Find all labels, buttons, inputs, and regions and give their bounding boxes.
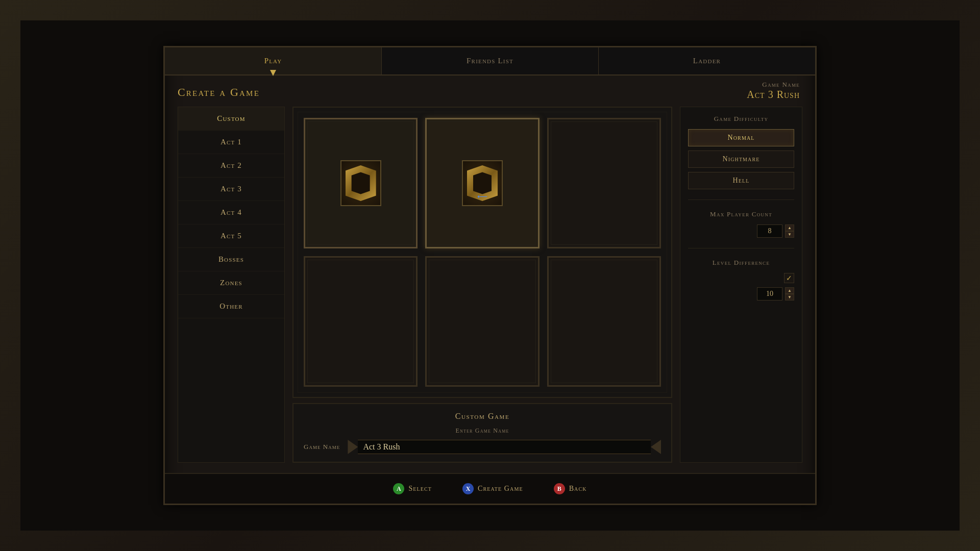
sidebar-item-act3[interactable]: Act 3 — [178, 178, 284, 201]
sidebar-item-act1[interactable]: Act 1 — [178, 131, 284, 154]
back-button-circle: B — [554, 483, 565, 494]
level-diff-checkbox[interactable]: ✓ — [784, 273, 794, 283]
bottom-action-back[interactable]: B Back — [554, 483, 587, 494]
tab-friends-list-label: Friends List — [467, 57, 513, 65]
bottom-bar: A Select X Create Game B Back — [165, 473, 815, 504]
create-game-action-label: Create Game — [478, 485, 523, 493]
level-diff-increment[interactable]: ▲ — [785, 287, 794, 294]
right-panel: Game Difficulty Normal Nightmare Hell Ma… — [680, 107, 802, 463]
portrait-mask-inner-1 — [351, 171, 371, 195]
outer-frame: Play Friends List Ladder Create a Game G… — [0, 0, 980, 551]
game-name-header-value: Act 3 Rush — [747, 89, 800, 101]
content-area: Create a Game Game Name Act 3 Rush Custo… — [165, 76, 815, 473]
level-diff-spinbox-row: ▲ ▼ — [688, 287, 794, 300]
level-diff-section: Level Difference ✓ ▲ ▼ — [688, 259, 794, 300]
tab-play-label: Play — [264, 57, 282, 65]
player-count-increment[interactable]: ▲ — [785, 224, 794, 231]
level-diff-label: Level Difference — [688, 259, 794, 267]
select-arrow-icon: ⟵ — [477, 192, 487, 201]
sidebar-item-zones[interactable]: Zones — [178, 271, 284, 295]
main-panel: Custom Act 1 Act 2 Act 3 Act 4 — [178, 107, 802, 463]
sidebar: Custom Act 1 Act 2 Act 3 Act 4 — [178, 107, 285, 463]
select-button-circle: A — [393, 483, 404, 494]
sidebar-item-act5[interactable]: Act 5 — [178, 224, 284, 248]
portrait-grid-container: ⟵ — [292, 107, 672, 398]
sidebar-item-custom[interactable]: Custom — [178, 107, 284, 131]
input-corner-right — [651, 440, 661, 454]
create-game-button-circle: X — [462, 483, 474, 494]
game-name-field-label: Game Name — [304, 443, 340, 451]
game-name-header: Game Name Act 3 Rush — [747, 81, 800, 101]
game-name-input-row: Game Name — [304, 440, 661, 454]
portrait-icon-2: ⟵ — [462, 160, 503, 206]
main-container: Play Friends List Ladder Create a Game G… — [163, 46, 817, 505]
input-corner-left — [348, 440, 358, 454]
section-title: Create a Game — [178, 86, 802, 99]
game-name-input-wrapper — [348, 440, 661, 454]
sidebar-item-bosses[interactable]: Bosses — [178, 248, 284, 271]
select-action-label: Select — [408, 485, 432, 493]
enter-game-name-label: Enter Game Name — [304, 427, 661, 435]
difficulty-hell-btn[interactable]: Hell — [688, 172, 794, 189]
portrait-grid: ⟵ — [304, 118, 661, 387]
portrait-mask-1 — [346, 165, 376, 201]
player-count-section: Max Player Count ▲ ▼ — [688, 210, 794, 238]
sidebar-item-act4[interactable]: Act 4 — [178, 201, 284, 224]
tab-friends-list[interactable]: Friends List — [382, 47, 599, 74]
level-diff-decrement[interactable]: ▼ — [785, 294, 794, 300]
tab-play[interactable]: Play — [165, 47, 382, 74]
portrait-slot-1[interactable] — [304, 118, 418, 248]
divider-2 — [688, 248, 794, 248]
game-name-panel: Custom Game Enter Game Name Game Name — [292, 403, 672, 463]
player-count-spinbox-row: ▲ ▼ — [688, 224, 794, 238]
portrait-mask-inner-2 — [472, 171, 493, 195]
center-content: ⟵ — [292, 107, 672, 463]
game-name-header-label: Game Name — [747, 81, 800, 89]
player-count-value[interactable] — [757, 224, 782, 238]
sidebar-item-other[interactable]: Other — [178, 295, 284, 318]
tab-ladder[interactable]: Ladder — [599, 47, 815, 74]
portrait-icon-1 — [340, 160, 381, 206]
bottom-action-create-game[interactable]: X Create Game — [462, 483, 523, 494]
player-count-spinbox-buttons: ▲ ▼ — [785, 224, 794, 238]
portrait-slot-2[interactable]: ⟵ — [425, 118, 539, 248]
level-diff-checkbox-row: ✓ — [688, 273, 794, 283]
bottom-action-select: A Select — [393, 483, 432, 494]
tab-bar: Play Friends List Ladder — [165, 47, 815, 76]
player-count-decrement[interactable]: ▼ — [785, 231, 794, 238]
tab-ladder-label: Ladder — [693, 57, 721, 65]
game-name-input[interactable] — [358, 440, 651, 454]
portrait-slot-5[interactable] — [425, 256, 539, 387]
difficulty-nightmare-btn[interactable]: Nightmare — [688, 151, 794, 168]
level-diff-value[interactable] — [757, 287, 782, 300]
portrait-slot-4[interactable] — [304, 256, 418, 387]
back-action-label: Back — [569, 485, 587, 493]
difficulty-section: Game Difficulty Normal Nightmare Hell — [688, 115, 794, 189]
difficulty-normal-btn[interactable]: Normal — [688, 129, 794, 146]
level-diff-spinbox-buttons: ▲ ▼ — [785, 287, 794, 300]
player-count-label: Max Player Count — [688, 210, 794, 218]
portrait-slot-3[interactable] — [547, 118, 661, 248]
portrait-slot-6[interactable] — [547, 256, 661, 387]
difficulty-label: Game Difficulty — [688, 115, 794, 123]
divider-1 — [688, 199, 794, 200]
custom-game-title: Custom Game — [304, 412, 661, 421]
sidebar-item-act2[interactable]: Act 2 — [178, 154, 284, 178]
